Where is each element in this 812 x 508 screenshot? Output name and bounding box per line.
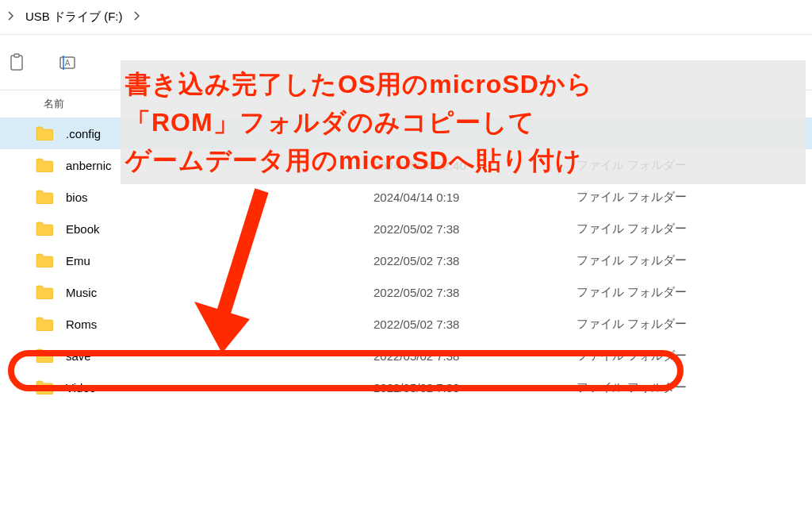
annotation-text: 書き込み完了したOS用のmicroSDから 「ROM」フォルダのみコピーして ゲ…	[121, 60, 806, 184]
folder-name: Emu	[66, 254, 373, 267]
annotation-line1: 書き込み完了したOS用のmicroSDから	[125, 65, 799, 103]
svg-text:A: A	[65, 59, 71, 67]
rename-icon[interactable]: A	[59, 53, 78, 72]
folder-date: 2022/05/02 7:38	[373, 381, 576, 394]
folder-date: 2022/05/02 7:38	[373, 349, 576, 363]
folder-icon	[36, 317, 53, 331]
folder-name: Ebook	[66, 222, 373, 236]
folder-icon	[36, 253, 53, 267]
folder-name: Roms	[66, 318, 373, 331]
folder-row-bios[interactable]: bios 2024/04/14 0:19 ファイル フォルダー	[0, 181, 812, 213]
folder-row-save[interactable]: save 2022/05/02 7:38 ファイル フォルダー	[0, 340, 812, 371]
breadcrumb-usb-drive[interactable]: USB ドライブ (F:)	[25, 10, 123, 25]
folder-icon	[36, 190, 53, 204]
folder-date: 2022/05/02 7:38	[373, 286, 576, 299]
chevron-right-icon[interactable]	[8, 11, 14, 23]
folder-type: ファイル フォルダー	[576, 221, 812, 237]
folder-name: bios	[66, 190, 373, 204]
svg-rect-1	[14, 54, 19, 57]
folder-type: ファイル フォルダー	[576, 348, 812, 364]
folder-date: 2022/05/02 7:38	[373, 254, 576, 267]
folder-type: ファイル フォルダー	[576, 380, 812, 395]
folder-row-emu[interactable]: Emu 2022/05/02 7:38 ファイル フォルダー	[0, 244, 812, 276]
folder-name: Music	[66, 286, 373, 299]
folder-type: ファイル フォルダー	[576, 190, 812, 205]
folder-name: Video	[66, 381, 373, 394]
folder-icon	[36, 348, 53, 363]
folder-row-roms[interactable]: Roms 2022/05/02 7:38 ファイル フォルダー	[0, 308, 812, 340]
folder-name: save	[66, 349, 373, 363]
folder-date: 2022/05/02 7:38	[373, 318, 576, 331]
folder-row-ebook[interactable]: Ebook 2022/05/02 7:38 ファイル フォルダー	[0, 213, 812, 244]
folder-date: 2022/05/02 7:38	[373, 222, 576, 236]
folder-icon	[36, 221, 53, 236]
folder-icon	[36, 380, 53, 394]
folder-type: ファイル フォルダー	[576, 253, 812, 268]
folder-type: ファイル フォルダー	[576, 317, 812, 332]
chevron-right-icon[interactable]	[134, 11, 140, 23]
folder-icon	[36, 158, 53, 172]
annotation-line3: ゲームデータ用のmicroSDへ貼り付け	[125, 141, 799, 179]
folder-type: ファイル フォルダー	[576, 285, 812, 300]
breadcrumb-bar: USB ドライブ (F:)	[0, 0, 812, 35]
paste-icon[interactable]	[8, 53, 27, 72]
folder-icon	[36, 126, 53, 140]
annotation-line2: 「ROM」フォルダのみコピーして	[125, 103, 799, 141]
folder-row-music[interactable]: Music 2022/05/02 7:38 ファイル フォルダー	[0, 276, 812, 308]
folder-row-video[interactable]: Video 2022/05/02 7:38 ファイル フォルダー	[0, 371, 812, 403]
folder-icon	[36, 285, 53, 299]
folder-date: 2024/04/14 0:19	[373, 190, 576, 204]
